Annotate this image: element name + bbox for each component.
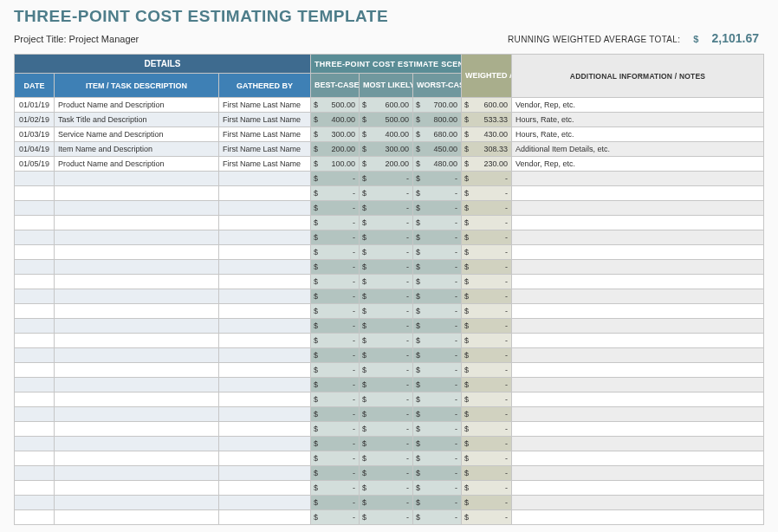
cell-item[interactable] xyxy=(55,363,219,378)
cell-notes[interactable] xyxy=(512,245,764,260)
cell-worst[interactable]: $450.00 xyxy=(413,142,462,157)
cell-wavg[interactable]: $600.00 xyxy=(462,98,512,113)
cell-wavg[interactable]: $- xyxy=(462,466,512,481)
cell-most[interactable]: $- xyxy=(360,378,413,393)
cell-gathered[interactable] xyxy=(219,201,311,216)
cell-notes[interactable] xyxy=(512,393,764,407)
cell-wavg[interactable]: $- xyxy=(462,319,512,334)
cell-notes[interactable] xyxy=(512,451,764,466)
cell-worst[interactable]: $700.00 xyxy=(413,98,462,113)
cell-best[interactable]: $- xyxy=(311,230,360,245)
cell-wavg[interactable]: $- xyxy=(462,510,512,525)
cell-worst[interactable]: $- xyxy=(413,172,462,186)
cell-item[interactable] xyxy=(55,481,219,496)
cell-gathered[interactable] xyxy=(219,230,311,245)
cell-date[interactable] xyxy=(15,172,55,186)
cell-worst[interactable]: $- xyxy=(413,496,462,510)
cell-best[interactable]: $- xyxy=(311,260,360,275)
cell-date[interactable] xyxy=(15,481,55,496)
cell-best[interactable]: $- xyxy=(311,378,360,393)
cell-most[interactable]: $- xyxy=(360,422,413,437)
cell-best[interactable]: $- xyxy=(311,363,360,378)
cell-notes[interactable] xyxy=(512,172,764,186)
cell-best[interactable]: $- xyxy=(311,348,360,363)
cell-worst[interactable]: $- xyxy=(413,378,462,393)
cell-item[interactable] xyxy=(55,451,219,466)
cell-gathered[interactable] xyxy=(219,481,311,496)
cell-worst[interactable]: $- xyxy=(413,304,462,319)
cell-item[interactable] xyxy=(55,216,219,230)
cell-item[interactable]: Service Name and Description xyxy=(55,127,219,142)
cell-best[interactable]: $- xyxy=(311,496,360,510)
cell-notes[interactable] xyxy=(512,216,764,230)
cell-best[interactable]: $- xyxy=(311,466,360,481)
cell-best[interactable]: $- xyxy=(311,422,360,437)
cell-wavg[interactable]: $- xyxy=(462,260,512,275)
cell-best[interactable]: $- xyxy=(311,319,360,334)
cell-wavg[interactable]: $430.00 xyxy=(462,127,512,142)
cell-notes[interactable] xyxy=(512,201,764,216)
cell-best[interactable]: $- xyxy=(311,334,360,348)
cell-gathered[interactable] xyxy=(219,422,311,437)
cell-best[interactable]: $- xyxy=(311,451,360,466)
cell-notes[interactable] xyxy=(512,496,764,510)
cell-best[interactable]: $- xyxy=(311,216,360,230)
cell-best[interactable]: $200.00 xyxy=(311,142,360,157)
cell-worst[interactable]: $- xyxy=(413,275,462,289)
cell-item[interactable] xyxy=(55,393,219,407)
cell-date[interactable] xyxy=(15,496,55,510)
cell-date[interactable] xyxy=(15,437,55,451)
cell-item[interactable]: Product Name and Description xyxy=(55,98,219,113)
cell-item[interactable] xyxy=(55,466,219,481)
cell-best[interactable]: $- xyxy=(311,437,360,451)
cell-wavg[interactable]: $- xyxy=(462,363,512,378)
cell-worst[interactable]: $- xyxy=(413,260,462,275)
cell-wavg[interactable]: $230.00 xyxy=(462,157,512,172)
cell-date[interactable] xyxy=(15,393,55,407)
cell-best[interactable]: $- xyxy=(311,393,360,407)
cell-worst[interactable]: $- xyxy=(413,201,462,216)
cell-gathered[interactable] xyxy=(219,393,311,407)
cell-best[interactable]: $- xyxy=(311,304,360,319)
cell-date[interactable]: 01/01/19 xyxy=(15,98,55,113)
cell-most[interactable]: $- xyxy=(360,304,413,319)
cell-wavg[interactable]: $- xyxy=(462,378,512,393)
cell-most[interactable]: $- xyxy=(360,230,413,245)
cell-gathered[interactable] xyxy=(219,216,311,230)
cell-notes[interactable] xyxy=(512,275,764,289)
cell-item[interactable] xyxy=(55,172,219,186)
cell-best[interactable]: $300.00 xyxy=(311,127,360,142)
cell-worst[interactable]: $- xyxy=(413,481,462,496)
cell-wavg[interactable]: $- xyxy=(462,172,512,186)
cell-date[interactable] xyxy=(15,510,55,525)
cell-notes[interactable]: Hours, Rate, etc. xyxy=(512,113,764,127)
cell-wavg[interactable]: $- xyxy=(462,186,512,201)
cell-notes[interactable] xyxy=(512,363,764,378)
cell-wavg[interactable]: $- xyxy=(462,245,512,260)
cell-best[interactable]: $100.00 xyxy=(311,157,360,172)
cell-most[interactable]: $- xyxy=(360,437,413,451)
cell-worst[interactable]: $- xyxy=(413,334,462,348)
cell-best[interactable]: $- xyxy=(311,186,360,201)
cell-gathered[interactable] xyxy=(219,378,311,393)
cell-most[interactable]: $- xyxy=(360,466,413,481)
cell-best[interactable]: $500.00 xyxy=(311,98,360,113)
cell-worst[interactable]: $- xyxy=(413,466,462,481)
cell-most[interactable]: $- xyxy=(360,348,413,363)
cell-most[interactable]: $- xyxy=(360,172,413,186)
cell-worst[interactable]: $- xyxy=(413,186,462,201)
cell-worst[interactable]: $- xyxy=(413,363,462,378)
cell-wavg[interactable]: $- xyxy=(462,481,512,496)
cell-worst[interactable]: $- xyxy=(413,510,462,525)
cell-item[interactable] xyxy=(55,407,219,422)
cell-best[interactable]: $- xyxy=(311,172,360,186)
cell-gathered[interactable] xyxy=(219,407,311,422)
cell-wavg[interactable]: $- xyxy=(462,437,512,451)
cell-notes[interactable] xyxy=(512,422,764,437)
cell-worst[interactable]: $- xyxy=(413,437,462,451)
cell-notes[interactable] xyxy=(512,466,764,481)
cell-gathered[interactable] xyxy=(219,348,311,363)
cell-date[interactable] xyxy=(15,334,55,348)
cell-most[interactable]: $400.00 xyxy=(360,127,413,142)
cell-most[interactable]: $- xyxy=(360,481,413,496)
